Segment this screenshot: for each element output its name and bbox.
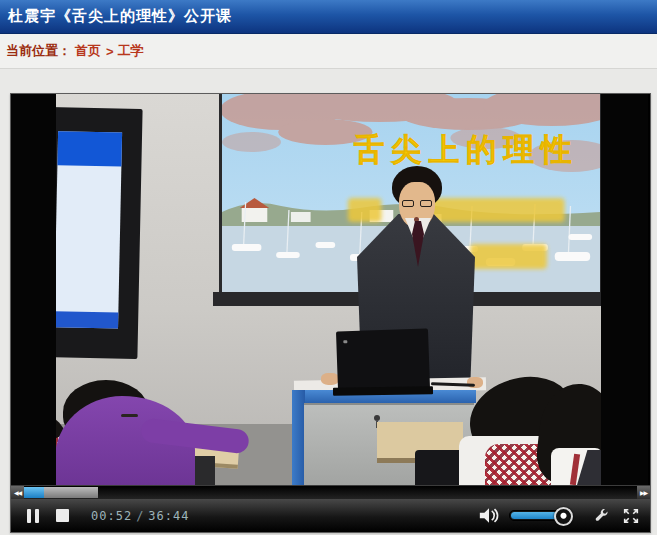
seek-track[interactable] xyxy=(24,486,637,499)
progress-fill xyxy=(24,487,44,498)
tv-screen xyxy=(54,131,122,328)
fast-forward-icon: ▶▶ xyxy=(640,490,647,496)
student-chair-right xyxy=(415,450,465,485)
video-frame[interactable]: 舌尖上的理性 xyxy=(11,94,648,485)
breadcrumb-label: 当前位置： xyxy=(6,42,71,60)
volume-slider[interactable] xyxy=(509,510,567,521)
rewind-icon: ◀◀ xyxy=(14,490,21,496)
breadcrumb-category-link[interactable]: 工学 xyxy=(118,42,144,60)
page-title-bar: 杜震宇《舌尖上的理性》公开课 xyxy=(0,0,657,34)
wrench-icon xyxy=(593,507,610,524)
student-purple-glasses xyxy=(121,414,138,417)
rewind-button[interactable]: ◀◀ xyxy=(11,486,24,499)
volume-button[interactable] xyxy=(478,507,500,524)
lecturer-left-hand xyxy=(321,373,339,385)
letterbox-right xyxy=(601,94,648,485)
player-control-bar: 00:52/36:44 xyxy=(11,499,650,532)
settings-button[interactable] xyxy=(593,507,610,524)
current-time: 00:52 xyxy=(91,509,132,523)
slide-title: 舌尖上的理性 xyxy=(353,132,578,167)
laptop-screen xyxy=(336,328,430,391)
duration: 36:44 xyxy=(148,509,189,523)
podium-keyhole xyxy=(374,415,380,421)
fast-forward-button[interactable]: ▶▶ xyxy=(637,486,650,499)
laptop-logo xyxy=(343,340,347,343)
video-player: 舌尖上的理性 xyxy=(10,93,651,533)
tv-monitor xyxy=(41,107,142,359)
fullscreen-icon xyxy=(622,507,640,525)
volume-knob[interactable] xyxy=(554,507,573,526)
pause-button[interactable] xyxy=(27,509,39,523)
page-title: 杜震宇《舌尖上的理性》公开课 xyxy=(8,7,232,26)
fullscreen-button[interactable] xyxy=(622,507,640,525)
tv-screen-footer xyxy=(54,311,118,328)
time-display: 00:52/36:44 xyxy=(91,509,189,523)
volume-icon xyxy=(478,507,500,524)
time-separator: / xyxy=(136,509,144,523)
breadcrumb-separator: > xyxy=(106,44,114,59)
breadcrumb-home-link[interactable]: 首页 xyxy=(75,42,101,60)
letterbox-left xyxy=(11,94,56,485)
breadcrumb: 当前位置： 首页 > 工学 xyxy=(0,34,657,69)
seek-bar: ◀◀ ▶▶ xyxy=(11,485,650,499)
lecturer-glasses xyxy=(402,200,432,207)
tv-screen-header xyxy=(57,131,122,166)
stop-button[interactable] xyxy=(56,509,69,522)
